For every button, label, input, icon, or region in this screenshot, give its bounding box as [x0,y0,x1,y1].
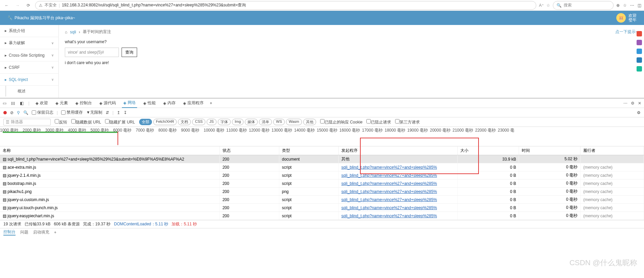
devtools-tab[interactable]: ◈源代码 [98,99,117,108]
record-button[interactable] [3,111,7,114]
devtools-tab[interactable]: ◈应用程序 [182,99,205,108]
timeline-bar [3,132,118,133]
hide-ext-checkbox[interactable]: 隐藏扩展 URL [105,119,135,125]
invert-checkbox[interactable]: 反转 [55,119,67,125]
hide-data-checkbox[interactable]: 隐藏数据 URL [71,119,101,125]
col-initiator[interactable]: 发起程序 [338,146,457,155]
export-icon[interactable]: ↧ [124,110,127,115]
reader-icon[interactable]: A⁺ [539,3,544,8]
filter-pill[interactable]: Img [232,119,243,125]
drawer-tab[interactable]: 控制台 [3,229,16,235]
add-drawer-tab[interactable]: + [54,230,56,235]
heart-icon: ◈ [35,101,38,106]
filter-pill[interactable]: JS [207,119,216,125]
filter-pill[interactable]: 字体 [218,119,231,125]
filter-pill[interactable]: Fetch/XHR [153,119,177,125]
home-icon[interactable]: ⌂ [65,30,67,34]
network-row[interactable]: ▤ ace-extra.min.js200scriptsqli_blind_t.… [0,163,644,171]
filter-input[interactable]: ☰ 筛选器 [3,119,51,126]
network-row[interactable]: ▤ jquery.ui.touch-punch.min.js200scripts… [0,204,644,212]
address-bar[interactable]: ⚠ 不安全 | 192.168.3.224:8082/vul/sqli/sqli… [35,1,536,10]
dt-settings-icon[interactable]: ⚙ [631,101,635,106]
network-row[interactable]: ▤ bootstrap.min.js200scriptsqli_blind_t.… [0,179,644,188]
sidebar-item[interactable]: ▸CSRF∨ [0,61,58,74]
preserve-log-checkbox[interactable]: 保留日志 [32,110,53,115]
devtools-tab[interactable]: ◈网络 [122,99,137,108]
col-status[interactable]: 状态 [220,146,279,155]
timeline[interactable]: 1000 毫秒2000 毫秒3000 毫秒4000 毫秒5000 毫秒6000 … [0,127,644,146]
username-input[interactable] [65,48,119,57]
devtools-tab[interactable]: ◈元素 [54,99,69,108]
filter-toggle-icon[interactable]: ⚲ [17,110,20,115]
forward-button[interactable]: → [14,1,22,9]
extensions-icon[interactable]: ⊕ [616,3,620,8]
device-icon[interactable]: ⫿⫿ [11,101,15,106]
devtools-tab[interactable]: ◈控制台 [74,99,93,108]
dock-icon[interactable]: ◧ [20,101,24,106]
menu-icon[interactable]: ⋯ [630,3,634,8]
sidebar-item[interactable]: ▸Cross-Site Scripting∨ [0,49,58,61]
filter-pill[interactable]: 全部 [139,119,152,125]
network-row[interactable]: ▤ sqli_blind_t.php?name=vince%27+and+sle… [0,155,644,163]
drawer-tab[interactable]: 问题 [20,229,28,235]
col-name[interactable]: 名称 [0,146,220,155]
col-size[interactable]: 大小 [458,146,519,155]
network-row[interactable]: ▤ pikachu1.png200pngsqli_blind_t.php?nam… [0,188,644,196]
devtools-tab[interactable]: ◈欢迎 [34,99,49,108]
blocked-cookie-checkbox[interactable]: 已阻止的响应 Cookie [320,119,363,125]
chevron-down-icon: ∨ [51,65,54,69]
favorites-icon[interactable]: ☆ [623,3,627,8]
import-icon[interactable]: ↥ [117,110,120,115]
sidebar-item[interactable]: ▸系统介绍 [0,25,58,37]
content: ⌂ sqli › 基于时间的盲注 点一下提示~ what's your user… [59,25,644,98]
col-performer[interactable]: 履行者 [581,146,644,155]
star-icon[interactable]: ☆ [546,3,550,8]
disable-cache-checkbox[interactable]: 禁用缓存 [61,110,83,115]
blocked-req-checkbox[interactable]: 已阻止请求 [366,119,391,125]
network-row[interactable]: ▤ jquery-ui.custom.min.js200scriptsqli_b… [0,196,644,204]
network-row[interactable]: ▤ jquery.easypiechart.min.js200scriptsql… [0,212,644,220]
hint-link[interactable]: 点一下提示~ [615,29,638,35]
sidebar-item[interactable]: ▸SQL-Inject∨ [0,74,58,86]
sidebar-item[interactable]: ▸暴力破解∨ [0,37,58,49]
devtools-tab[interactable]: ◈性能 [142,99,157,108]
reload-button[interactable]: ⟳ [24,1,32,9]
throttle-select[interactable]: ▼无限制 [86,110,102,115]
rail-icon-5[interactable] [637,66,642,72]
col-time[interactable]: 时间 [519,146,581,155]
rail-icon-3[interactable] [637,49,642,54]
sidebar: ▸系统介绍▸暴力破解∨▸Cross-Site Scripting∨▸CSRF∨▸… [0,25,59,98]
breadcrumb-link[interactable]: sqli [70,30,76,34]
dt-more-icon[interactable]: ⋯ [623,101,627,106]
user-area[interactable]: 🐹 欢迎璧年 [616,13,637,23]
more-tabs-icon[interactable]: + [210,101,212,106]
back-button[interactable]: ← [3,1,11,9]
wifi-icon[interactable]: ⇵ [106,110,109,115]
col-type[interactable]: 类型 [279,146,338,155]
filter-pill[interactable]: 媒体 [245,119,258,125]
filter-pill[interactable]: 清单 [259,119,272,125]
network-row[interactable]: ▤ jquery-2.1.4.min.js200scriptsqli_blind… [0,171,644,179]
search-net-icon[interactable]: 🔍 [23,110,28,115]
devtools-tab[interactable]: ◈内存 [162,99,177,108]
insecure-icon: ⚠ [39,3,43,8]
filter-pill[interactable]: 其他 [303,119,316,125]
rail-icon-4[interactable] [637,57,642,63]
clear-button[interactable]: ⊘ [10,110,14,115]
third-party-checkbox[interactable]: 第三方请求 [395,119,420,125]
submit-button[interactable]: 查询 [122,48,137,57]
source-icon: ◈ [99,101,102,106]
dt-close-icon[interactable]: ✕ [638,101,641,106]
rail-icon-1[interactable] [637,31,642,36]
sidebar-toggle-icon[interactable]: ◫ [638,3,641,8]
filter-pill[interactable]: Wasm [286,119,302,125]
filter-pill[interactable]: 文档 [178,119,191,125]
search-box[interactable]: 🔍 搜索 [553,1,614,10]
rail-icon-2[interactable] [637,40,642,45]
inspect-icon[interactable]: ▭ [3,101,6,106]
sidebar-subitem[interactable]: 概述 [5,86,58,96]
drawer-tab[interactable]: 启动填充 [33,229,49,235]
filter-pill[interactable]: CSS [192,119,205,125]
filter-pill[interactable]: WS [273,119,285,125]
net-settings-icon[interactable]: ⚙ [637,110,641,115]
